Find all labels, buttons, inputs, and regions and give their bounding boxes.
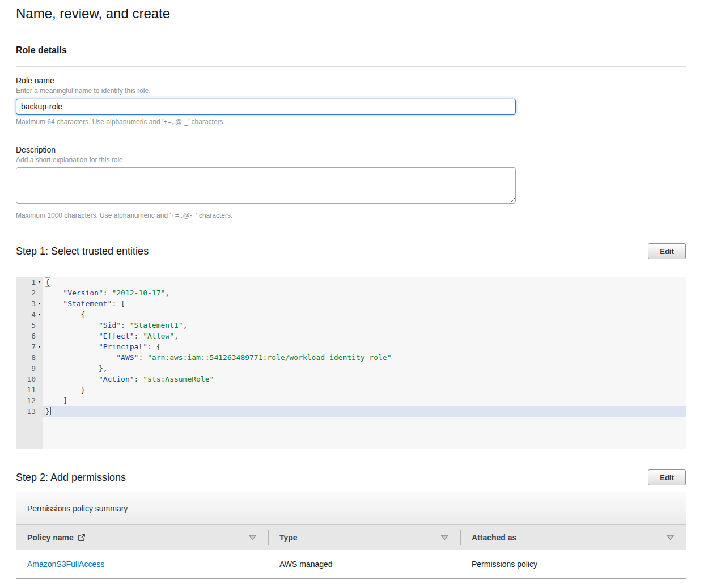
editor-code-text: { (43, 309, 85, 320)
step1-edit-button[interactable]: Edit (648, 243, 686, 259)
triangle-down-icon[interactable] (248, 535, 257, 540)
editor-lines: 1▾{2 "Version": "2012-10-17",3▾ "Stateme… (16, 277, 686, 417)
editor-line-1[interactable]: 1▾{ (16, 277, 686, 287)
column-header-policy-name-label: Policy name (27, 533, 74, 542)
role-name-hint: Enter a meaningful name to identify this… (16, 87, 686, 95)
editor-line-5[interactable]: 5 "Sid": "Statement1", (16, 320, 686, 331)
editor-line-number: 4 (31, 309, 36, 320)
editor-line-8[interactable]: 8 "AWS": "arn:aws:iam::541263489771:role… (16, 352, 686, 363)
column-header-attached-as[interactable]: Attached as (460, 525, 686, 550)
trust-policy-json-editor[interactable]: 1▾{2 "Version": "2012-10-17",3▾ "Stateme… (16, 277, 686, 449)
token-key: "Effect" (99, 332, 134, 340)
editor-code-text: "Effect": "Allow", (43, 331, 179, 341)
editor-code-text: { (43, 277, 50, 287)
editor-line-4[interactable]: 4▾ { (16, 309, 686, 320)
description-block: Description Add a short explanation for … (16, 145, 686, 219)
editor-line-2[interactable]: 2 "Version": "2012-10-17", (16, 287, 686, 298)
step2-edit-button[interactable]: Edit (648, 469, 686, 485)
editor-gutter-cell: 3▾ (16, 298, 43, 309)
policy-name-cell: AmazonS3FullAccess (16, 550, 268, 578)
column-header-type-label: Type (279, 533, 298, 542)
triangle-down-icon[interactable] (440, 535, 449, 540)
fold-caret-down-icon[interactable]: ▾ (36, 298, 43, 309)
token-plain: { (45, 310, 85, 319)
editor-line-7[interactable]: 7▾ "Principal": { (16, 341, 686, 352)
section-divider (16, 66, 686, 67)
token-plain: : (134, 332, 143, 340)
policy-type-cell: AWS managed (268, 550, 460, 578)
editor-line-number: 12 (27, 395, 36, 406)
token-plain: , (183, 321, 188, 329)
editor-line-number: 8 (31, 352, 36, 363)
fold-caret-down-icon[interactable]: ▾ (36, 277, 43, 287)
editor-code-text: } (43, 406, 51, 417)
description-textarea[interactable] (16, 167, 516, 204)
role-name-label: Role name (16, 76, 686, 86)
token-plain (45, 342, 99, 351)
editor-gutter-cell: 9 (16, 363, 43, 374)
description-label: Description (16, 145, 686, 155)
editor-gutter-cell: 6 (16, 331, 43, 341)
editor-code-text: "Statement": [ (43, 298, 125, 309)
step2-heading: Step 2: Add permissions (16, 472, 126, 484)
description-constraint: Maximum 1000 characters. Use alphanumeri… (16, 211, 686, 219)
editor-gutter-cell: 2 (16, 287, 43, 298)
editor-gutter-cell: 13 (16, 406, 43, 417)
role-name-input[interactable] (16, 99, 516, 115)
editor-code-text: "AWS": "arn:aws:iam::541263489771:role/w… (43, 352, 392, 363)
token-key: "Statement" (63, 299, 112, 308)
editor-text-caret (50, 407, 51, 415)
editor-code-text: "Version": "2012-10-17", (43, 287, 169, 298)
editor-line-9[interactable]: 9 }, (16, 363, 686, 374)
token-key: "Version" (63, 289, 103, 297)
token-plain: : (134, 375, 143, 383)
role-name-input-row (16, 99, 686, 115)
editor-line-number: 5 (31, 320, 36, 331)
editor-gutter-cell: 8 (16, 352, 43, 363)
editor-line-10[interactable]: 10 "Action": "sts:AssumeRole" (16, 374, 686, 384)
editor-line-number: 13 (27, 406, 36, 417)
fold-caret-down-icon[interactable]: ▾ (36, 341, 43, 352)
token-key: "Action" (99, 375, 134, 383)
token-plain: }, (45, 364, 108, 373)
permissions-panel-title: Permissions policy summary (16, 492, 686, 525)
editor-gutter-cell: 11 (16, 384, 43, 395)
token-str: "arn:aws:iam::541263489771:role/workload… (147, 353, 391, 362)
token-plain (45, 375, 99, 383)
editor-gutter-cell: 1▾ (16, 277, 43, 287)
editor-line-6[interactable]: 6 "Effect": "Allow", (16, 331, 686, 341)
page-container: Name, review, and create Role details Ro… (0, 0, 704, 579)
editor-gutter-cell: 7▾ (16, 341, 43, 352)
column-header-policy-name[interactable]: Policy name (16, 525, 268, 550)
column-header-type[interactable]: Type (268, 525, 460, 550)
editor-line-number: 7 (31, 341, 36, 352)
fold-caret-down-icon[interactable]: ▾ (36, 309, 43, 320)
policy-table-body: AmazonS3FullAccessAWS managedPermissions… (16, 550, 686, 579)
description-textarea-row (16, 167, 686, 204)
editor-line-12[interactable]: 12 ] (16, 395, 686, 406)
triangle-down-icon[interactable] (666, 535, 675, 540)
editor-line-13[interactable]: 13} (16, 406, 686, 417)
token-str: "Allow" (143, 332, 174, 340)
editor-gutter-cell: 4▾ (16, 309, 43, 320)
token-plain (45, 299, 63, 308)
editor-code-text: } (43, 384, 85, 395)
token-plain: : { (147, 342, 160, 351)
editor-line-number: 2 (31, 287, 36, 298)
editor-line-number: 1 (31, 277, 36, 287)
step1-header-row: Step 1: Select trusted entities Edit (16, 243, 686, 259)
token-plain: , (165, 289, 169, 297)
editor-code-text: "Action": "sts:AssumeRole" (43, 374, 214, 384)
permissions-panel: Permissions policy summary Policy name T… (16, 492, 686, 579)
step2-header-row: Step 2: Add permissions Edit (16, 469, 686, 485)
editor-line-3[interactable]: 3▾ "Statement": [ (16, 298, 686, 309)
token-plain (45, 321, 99, 329)
editor-line-11[interactable]: 11 } (16, 384, 686, 395)
policy-name-link[interactable]: AmazonS3FullAccess (27, 560, 104, 569)
token-key: "Principal" (99, 342, 147, 351)
editor-line-number: 11 (27, 384, 36, 395)
editor-code-text: ] (43, 395, 67, 406)
token-str: "sts:AssumeRole" (143, 375, 214, 383)
policy-table-header: Policy name Type At (16, 525, 686, 550)
editor-code-text: "Sid": "Statement1", (43, 320, 187, 331)
